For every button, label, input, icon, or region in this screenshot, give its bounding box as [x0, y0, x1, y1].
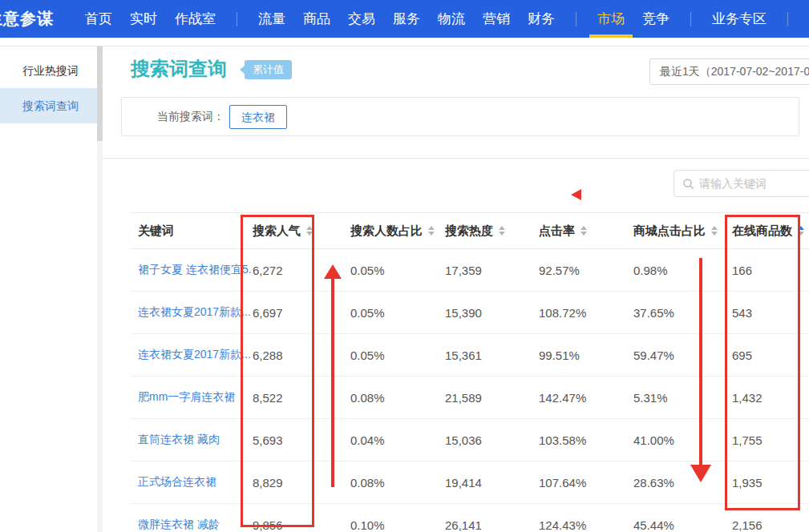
nav-item-服务[interactable]: 服务 [393, 0, 420, 38]
cell-点击率: 103.58% [539, 433, 633, 447]
cell-搜索人气: 6,697 [253, 306, 350, 320]
cumulative-badge: 累计值 [245, 60, 292, 79]
column-header-关键词: 关键词 [131, 224, 253, 239]
column-label: 搜索人数占比 [350, 224, 423, 239]
nav-divider [237, 12, 237, 26]
sidebar-scrollbar[interactable] [97, 46, 103, 532]
annotation-arrow-left-icon [571, 189, 581, 200]
cell-点击率: 108.72% [539, 306, 633, 320]
sort-down-icon [580, 232, 587, 236]
cell-搜索热度: 19,414 [445, 476, 539, 490]
column-label: 搜索热度 [445, 224, 493, 239]
nav-item-流量[interactable]: 流量 [258, 0, 285, 38]
cell-在线商品数: 1,432 [732, 391, 809, 405]
app-logo[interactable]: 生意参谋 [0, 8, 54, 30]
sidebar: 行业热搜词搜索词查询 [0, 46, 97, 532]
cell-搜索人气: 8,829 [253, 476, 350, 490]
sort-down-icon [798, 232, 804, 236]
column-header-搜索人气[interactable]: 搜索人气 [253, 224, 350, 239]
table-header: 关键词搜索人气搜索人数占比搜索热度点击率商城点击占比在线商品数 [131, 212, 809, 249]
nav-item-竞争[interactable]: 竞争 [642, 0, 669, 38]
keyword-link[interactable]: 肥mm一字肩连衣裙 [131, 390, 253, 405]
column-header-搜索热度[interactable]: 搜索热度 [445, 224, 539, 239]
cell-搜索人气: 5,693 [253, 433, 350, 447]
table-row: 正式场合连衣裙8,8290.08%19,414107.64%28.63%1,93… [131, 461, 809, 504]
sidebar-item-搜索词查询[interactable]: 搜索词查询 [0, 88, 97, 123]
sort-up-icon [499, 226, 505, 230]
sidebar-item-行业热搜词[interactable]: 行业热搜词 [0, 53, 97, 88]
keyword-link[interactable]: 连衣裙女夏2017新款... [131, 305, 253, 320]
cell-搜索热度: 26,141 [445, 518, 539, 532]
sort-up-icon [306, 226, 313, 230]
sort-icon[interactable] [798, 226, 804, 236]
cell-商城点击占比: 0.98% [633, 264, 732, 277]
sort-icon[interactable] [428, 226, 435, 236]
column-header-点击率[interactable]: 点击率 [539, 224, 633, 239]
table-row: 微胖连衣裙 减龄9,8560.10%26,141124.43%45.44%2,1… [131, 504, 809, 532]
nav-item-市场[interactable]: 市场 [597, 0, 625, 38]
nav-item-作战室[interactable]: 作战室 [175, 0, 216, 38]
sort-icon[interactable] [499, 226, 505, 236]
nav-item-商品[interactable]: 商品 [303, 0, 330, 38]
cell-搜索人气: 8,522 [253, 391, 350, 405]
column-header-商城点击占比[interactable]: 商城点击占比 [633, 224, 732, 239]
sort-down-icon [711, 232, 718, 236]
keyword-link[interactable]: 正式场合连衣裙 [131, 475, 253, 490]
current-term-chip[interactable]: 连衣裙 [229, 105, 287, 129]
nav-item-物流[interactable]: 物流 [438, 0, 465, 38]
nav-item-实时[interactable]: 实时 [130, 0, 157, 38]
current-term-panel: 当前搜索词： 连衣裙 [121, 97, 799, 136]
keyword-search-input[interactable] [699, 177, 803, 190]
search-terms-table: 关键词搜索人气搜索人数占比搜索热度点击率商城点击占比在线商品数 裙子女夏 连衣裙… [131, 212, 809, 532]
cell-搜索人数占比: 0.05% [350, 306, 445, 320]
sort-icon[interactable] [711, 226, 718, 236]
nav-item-营销[interactable]: 营销 [483, 0, 510, 38]
cell-点击率: 107.64% [539, 476, 633, 490]
nav-item-财务[interactable]: 财务 [528, 0, 555, 38]
keyword-link[interactable]: 裙子女夏 连衣裙便宜5... [131, 263, 253, 277]
nav-menu: 首页实时作战室流量商品交易服务物流营销财务市场竞争业务专区取数 [76, 0, 809, 38]
nav-divider [690, 12, 691, 26]
cell-商城点击占比: 45.44% [633, 518, 732, 532]
table-row: 裙子女夏 连衣裙便宜5...6,2720.05%17,35992.57%0.98… [131, 249, 809, 292]
cell-在线商品数: 695 [732, 349, 809, 362]
top-nav: 生意参谋 首页实时作战室流量商品交易服务物流营销财务市场竞争业务专区取数 [0, 0, 809, 38]
page-title: 搜索词查询 [131, 56, 227, 82]
nav-divider [787, 12, 788, 26]
nav-item-交易[interactable]: 交易 [348, 0, 375, 38]
column-label: 商城点击占比 [633, 224, 706, 239]
cell-搜索人气: 6,288 [253, 349, 350, 362]
sort-icon[interactable] [580, 226, 587, 236]
cell-搜索人数占比: 0.08% [350, 476, 445, 490]
keyword-link[interactable]: 微胖连衣裙 减龄 [131, 518, 253, 532]
column-label: 在线商品数 [732, 224, 792, 239]
cell-商城点击占比: 41.00% [633, 433, 732, 447]
cell-搜索人气: 9,856 [253, 518, 350, 532]
nav-item-业务专区[interactable]: 业务专区 [712, 0, 767, 38]
column-label: 搜索人气 [253, 224, 301, 239]
sort-up-icon [428, 226, 435, 230]
column-label: 关键词 [138, 224, 174, 239]
table-row: 连衣裙女夏2017新款...6,2880.05%15,36199.51%59.4… [131, 334, 809, 377]
sort-icon[interactable] [306, 226, 313, 236]
cell-搜索人数占比: 0.05% [350, 349, 445, 362]
column-header-在线商品数[interactable]: 在线商品数 [732, 224, 809, 239]
badge-label: 累计值 [253, 63, 284, 75]
date-range-picker[interactable]: 最近1天（2017-07-02~2017-07-02） [649, 58, 809, 85]
nav-item-首页[interactable]: 首页 [85, 0, 112, 38]
page: 生意参谋 首页实时作战室流量商品交易服务物流营销财务市场竞争业务专区取数 行业热… [0, 0, 809, 532]
divider [103, 158, 809, 159]
sort-down-icon [428, 232, 435, 236]
cell-在线商品数: 166 [732, 264, 809, 277]
column-header-搜索人数占比[interactable]: 搜索人数占比 [350, 224, 445, 239]
sort-down-icon [306, 232, 313, 236]
cell-搜索热度: 15,361 [445, 349, 539, 362]
cell-商城点击占比: 37.65% [633, 306, 732, 320]
keyword-link[interactable]: 连衣裙女夏2017新款... [131, 348, 253, 362]
scrollbar-thumb[interactable] [97, 46, 103, 141]
cell-点击率: 99.51% [539, 349, 633, 362]
table-row: 直筒连衣裙 藏肉5,6930.04%15,036103.58%41.00%1,7… [131, 419, 809, 461]
keyword-link[interactable]: 直筒连衣裙 藏肉 [131, 433, 253, 447]
keyword-search-box[interactable] [673, 170, 809, 197]
cell-商城点击占比: 28.63% [633, 476, 732, 490]
